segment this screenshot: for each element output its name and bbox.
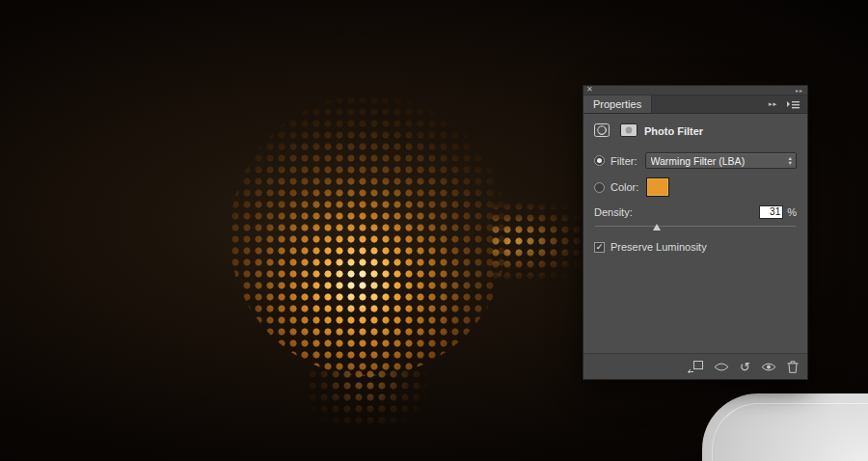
mask-thumbnail-icon[interactable] <box>620 123 637 139</box>
preserve-luminosity-checkbox[interactable]: ✓ <box>594 242 605 253</box>
adjustment-header: Photo Filter <box>594 122 797 140</box>
speaker-grille-image <box>230 95 507 376</box>
dropdown-arrows-icon: ▲ ▼ <box>785 156 793 165</box>
panel-menu-icon <box>786 100 800 109</box>
panel-tab-bar: Properties ▸▸ <box>583 95 807 114</box>
filter-dropdown-value: Warming Filter (LBA) <box>651 155 785 167</box>
filter-dropdown[interactable]: Warming Filter (LBA) ▲ ▼ <box>645 152 798 169</box>
panel-tab-controls: ▸▸ <box>769 95 807 113</box>
density-label: Density: <box>594 206 633 218</box>
panel-menu-button[interactable] <box>786 100 800 109</box>
previous-state-eye-icon <box>714 362 729 372</box>
density-value-group: 31 % <box>759 205 797 219</box>
grille-light-spill-bottom <box>307 368 426 424</box>
color-radio[interactable] <box>594 182 605 193</box>
visibility-eye-icon <box>761 362 776 372</box>
collapse-to-icons-button[interactable]: ▸▸ <box>769 100 777 108</box>
trash-icon <box>787 361 799 373</box>
grille-light-spill-right <box>490 201 586 282</box>
view-previous-state-button[interactable] <box>714 362 729 372</box>
density-input[interactable]: 31 <box>759 205 783 219</box>
density-unit: % <box>787 206 797 218</box>
density-slider-track[interactable] <box>595 226 796 227</box>
panel-footer: ↺ <box>583 353 807 379</box>
color-row: Color: <box>594 177 797 197</box>
reset-icon: ↺ <box>740 361 750 373</box>
delete-adjustment-button[interactable] <box>787 361 799 373</box>
density-slider-thumb[interactable] <box>653 224 661 230</box>
panel-title: Photo Filter <box>644 125 703 137</box>
panel-body: Photo Filter Filter: Warming Filter (LBA… <box>583 114 807 353</box>
toggle-visibility-button[interactable] <box>761 362 776 372</box>
filter-radio[interactable] <box>594 155 605 166</box>
tab-properties[interactable]: Properties <box>583 95 652 113</box>
preserve-luminosity-label: Preserve Luminosity <box>610 241 707 253</box>
corner-card <box>702 393 868 461</box>
density-row: Density: 31 % <box>594 205 797 219</box>
panel-title-strip: ✕ ▸▸ <box>583 86 807 95</box>
color-label: Color: <box>610 181 638 193</box>
color-swatch[interactable] <box>646 177 669 197</box>
photo-filter-adjustment-icon[interactable] <box>594 122 613 140</box>
photoshop-workspace: ✕ ▸▸ Properties ▸▸ <box>0 0 868 461</box>
properties-panel: ✕ ▸▸ Properties ▸▸ <box>583 85 808 380</box>
clip-to-layer-button[interactable] <box>687 361 703 373</box>
filter-row: Filter: Warming Filter (LBA) ▲ ▼ <box>594 152 797 169</box>
preserve-luminosity-row: ✓ Preserve Luminosity <box>594 241 797 253</box>
density-slider[interactable] <box>595 221 796 232</box>
filter-label: Filter: <box>610 155 637 167</box>
reset-button[interactable]: ↺ <box>740 361 750 373</box>
close-button[interactable]: ✕ <box>586 85 593 95</box>
clip-to-layer-icon <box>687 361 703 373</box>
collapse-panel-button[interactable]: ▸▸ <box>796 86 803 95</box>
